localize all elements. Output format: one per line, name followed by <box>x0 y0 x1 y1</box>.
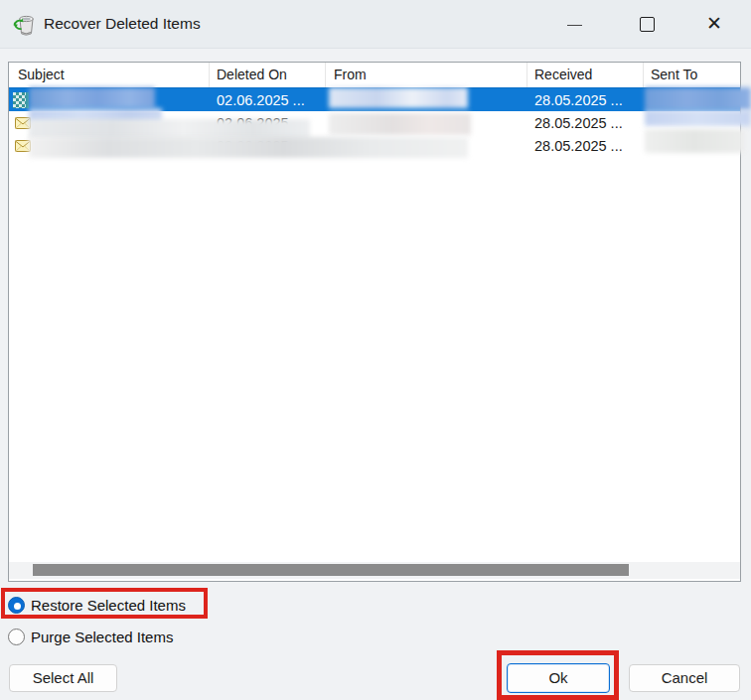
deleted-on-cell: 02.06.2025 ... <box>210 92 326 108</box>
redacted-sent-to-blur <box>645 87 751 110</box>
radio-selected-icon[interactable] <box>8 597 25 614</box>
redacted-subject-blur <box>29 87 155 108</box>
column-header-sent-to[interactable]: Sent To <box>644 63 740 87</box>
maximize-icon <box>640 17 655 32</box>
maximize-button[interactable] <box>626 4 666 44</box>
recover-deleted-items-icon <box>12 10 39 37</box>
redacted-item-icon <box>13 92 29 108</box>
redacted-sent-to-blur <box>645 110 751 126</box>
cancel-button[interactable]: Cancel <box>629 664 740 692</box>
received-cell: 28.05.2025 ... <box>527 92 644 108</box>
recover-deleted-items-dialog: Recover Deleted Items ✕ Subject Deleted … <box>0 0 751 700</box>
close-icon: ✕ <box>706 12 722 36</box>
redacted-sent-to-blur <box>645 129 744 153</box>
list-header: Subject Deleted On From Received Sent To <box>9 63 740 88</box>
purge-option-label: Purge Selected Items <box>31 629 173 645</box>
column-header-from[interactable]: From <box>326 63 527 87</box>
column-header-deleted-on[interactable]: Deleted On <box>210 63 326 87</box>
minimize-icon <box>567 25 582 26</box>
close-button[interactable]: ✕ <box>695 4 735 44</box>
restore-option-label: Restore Selected Items <box>31 597 186 614</box>
received-cell: 28.05.2025 ... <box>527 115 644 131</box>
ok-button[interactable]: Ok <box>507 663 610 693</box>
column-header-subject[interactable]: Subject <box>9 63 210 87</box>
column-header-received[interactable]: Received <box>527 63 644 87</box>
minimize-button[interactable] <box>554 4 594 44</box>
horizontal-scrollbar-thumb[interactable] <box>33 564 629 576</box>
title-bar: Recover Deleted Items ✕ <box>0 0 751 49</box>
redacted-from-blur <box>329 113 471 135</box>
redacted-from-blur <box>329 87 468 108</box>
select-all-button[interactable]: Select All <box>9 664 117 692</box>
redacted-subject-blur <box>29 137 468 158</box>
window-title: Recover Deleted Items <box>44 0 201 48</box>
received-cell: 28.05.2025 ... <box>527 138 644 154</box>
restore-selected-items-option[interactable]: Restore Selected Items <box>0 593 186 617</box>
radio-unselected-icon[interactable] <box>8 629 25 645</box>
horizontal-scrollbar[interactable] <box>9 562 740 579</box>
purge-selected-items-option[interactable]: Purge Selected Items <box>0 625 173 648</box>
